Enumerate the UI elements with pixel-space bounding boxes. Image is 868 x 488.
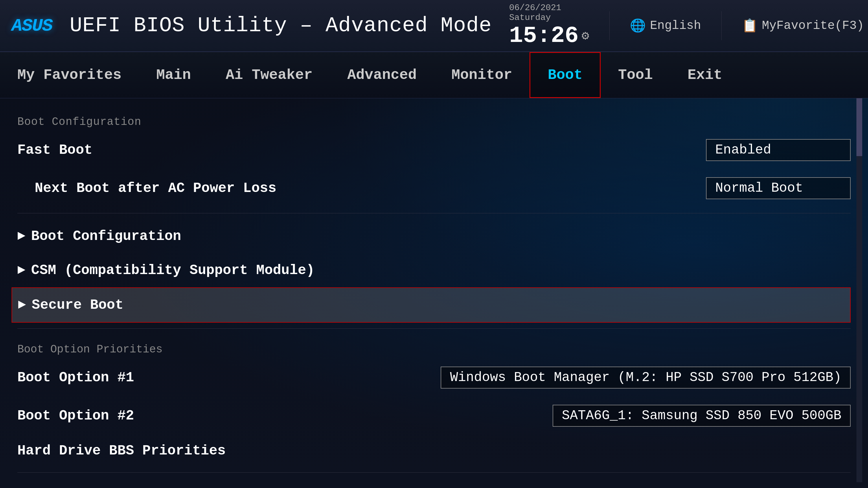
- menu-boot-config-label: Boot Configuration: [31, 228, 181, 244]
- arrow-icon-secure-boot: ►: [18, 297, 26, 313]
- arrow-icon-boot-config: ►: [18, 229, 26, 244]
- language-label: English: [650, 19, 701, 33]
- header-controls: 06/26/2021 Saturday 15:26 ⚙ 🌐 English 📋 …: [509, 3, 868, 49]
- datetime-area: 06/26/2021 Saturday 15:26 ⚙: [509, 3, 589, 49]
- time-value: 15:26: [509, 23, 579, 49]
- next-boot-value[interactable]: Normal Boot: [706, 177, 850, 199]
- my-favorite-label: MyFavorite(F3): [762, 19, 864, 33]
- tab-boot[interactable]: Boot: [529, 52, 601, 98]
- next-boot-row: Next Boot after AC Power Loss Normal Boo…: [18, 169, 850, 207]
- divider-1: [609, 11, 610, 40]
- menu-secure-boot[interactable]: ► Secure Boot: [11, 287, 850, 323]
- boot-option-1-value[interactable]: Windows Boot Manager (M.2: HP SSD S700 P…: [441, 366, 850, 389]
- menu-boot-configuration[interactable]: ► Boot Configuration: [18, 219, 850, 253]
- fast-boot-label: Fast Boot: [18, 142, 92, 158]
- hard-drive-bbs-row: Hard Drive BBS Priorities: [18, 435, 850, 466]
- menu-csm-label: CSM (Compatibility Support Module): [31, 262, 314, 278]
- tab-ai-tweaker[interactable]: Ai Tweaker: [208, 52, 330, 98]
- boot-option-2-label: Boot Option #2: [18, 408, 134, 424]
- tab-my-favorites[interactable]: My Favorites: [0, 52, 139, 98]
- tab-monitor[interactable]: Monitor: [434, 52, 529, 98]
- menu-secure-boot-label: Secure Boot: [32, 297, 124, 313]
- scrollbar-track: [857, 98, 862, 482]
- next-boot-label: Next Boot after AC Power Loss: [35, 181, 276, 196]
- fast-boot-row: Fast Boot Enabled: [18, 131, 850, 169]
- asus-logo: ASUS: [11, 15, 52, 36]
- menu-csm[interactable]: ► CSM (Compatibility Support Module): [18, 253, 850, 287]
- scrollbar-thumb[interactable]: [857, 98, 862, 156]
- boot-option-1-label: Boot Option #1: [18, 370, 134, 385]
- boot-options-header: Boot Option Priorities: [18, 334, 850, 358]
- settings-gear-icon[interactable]: ⚙: [582, 28, 589, 43]
- divider-main-1: [18, 213, 850, 214]
- favorite-icon: 📋: [742, 18, 758, 34]
- language-selector[interactable]: 🌐 English: [630, 18, 701, 34]
- fast-boot-value[interactable]: Enabled: [706, 139, 850, 161]
- date-display: 06/26/2021 Saturday: [509, 3, 589, 23]
- divider-2: [721, 11, 722, 40]
- globe-icon: 🌐: [630, 18, 646, 34]
- arrow-icon-csm: ►: [18, 263, 26, 278]
- boot-option-2-value[interactable]: SATA6G_1: Samsung SSD 850 EVO 500GB: [553, 405, 850, 427]
- bios-header: ASUS UEFI BIOS Utility – Advanced Mode 0…: [0, 0, 868, 52]
- boot-config-section-header: Boot Configuration: [18, 110, 850, 131]
- tab-exit[interactable]: Exit: [670, 52, 740, 98]
- my-favorite-button[interactable]: 📋 MyFavorite(F3): [742, 18, 864, 34]
- boot-override-header: Boot Override: [18, 479, 850, 488]
- hard-drive-bbs-label: Hard Drive BBS Priorities: [18, 443, 226, 458]
- divider-main-3: [18, 473, 850, 473]
- divider-main-2: [18, 328, 850, 329]
- tab-main[interactable]: Main: [139, 52, 208, 98]
- asus-logo-text: ASUS: [11, 15, 52, 36]
- boot-option-1-row: Boot Option #1 Windows Boot Manager (M.2…: [18, 358, 850, 397]
- time-display: 15:26 ⚙: [509, 23, 589, 49]
- main-content: Boot Configuration Fast Boot Enabled Nex…: [0, 98, 868, 488]
- tab-tool[interactable]: Tool: [601, 52, 670, 98]
- boot-option-2-row: Boot Option #2 SATA6G_1: Samsung SSD 850…: [18, 397, 850, 435]
- bios-title: UEFI BIOS Utility – Advanced Mode: [70, 14, 492, 38]
- tab-advanced[interactable]: Advanced: [330, 52, 434, 98]
- nav-tabs: My Favorites Main Ai Tweaker Advanced Mo…: [0, 52, 868, 98]
- settings-panel: Boot Configuration Fast Boot Enabled Nex…: [0, 98, 868, 488]
